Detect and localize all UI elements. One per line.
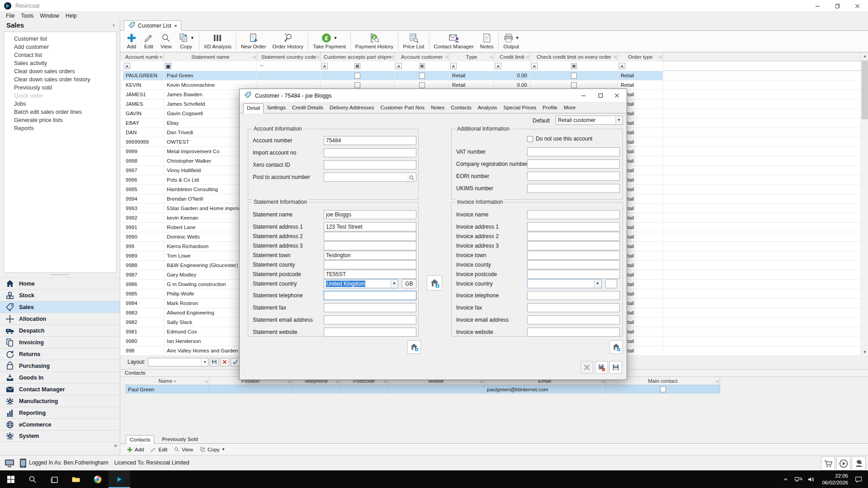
view-button[interactable]: View xyxy=(157,31,175,52)
chrome-icon[interactable] xyxy=(87,470,108,488)
menu-item-help[interactable]: Help xyxy=(62,13,80,19)
file-explorer-icon[interactable] xyxy=(65,470,87,488)
window-close-button[interactable] xyxy=(847,0,867,12)
dialog-tab-customer-part-nos[interactable]: Customer Part Nos xyxy=(377,103,428,113)
dialog-tab-special-prices[interactable]: Special Prices xyxy=(500,103,539,113)
field-input-eori-number[interactable] xyxy=(527,172,620,181)
dialog-tab-analysis[interactable]: Analysis xyxy=(475,103,500,113)
default-customer-type-combo[interactable]: Retail customer ▼ xyxy=(556,116,623,125)
sidebar-splitter[interactable]: ▪▪▪▪▪▪▪▪▪ xyxy=(0,273,120,277)
dialog-clear-button[interactable] xyxy=(580,361,593,374)
window-restore-button[interactable] xyxy=(827,0,847,12)
copy-address-home-icon-button[interactable] xyxy=(427,275,442,291)
grid-column-header-check-credit-limit-on-every-order[interactable]: Check credit limit on every order xyxy=(530,52,618,61)
tab-close-icon[interactable]: × xyxy=(174,23,177,28)
module-item-system[interactable]: System xyxy=(0,430,120,442)
column-pin-icon[interactable] xyxy=(252,55,256,59)
field-input-invoice-address-2[interactable] xyxy=(527,232,620,241)
bottom-tab-contacts[interactable]: Contacts xyxy=(126,435,154,444)
layout-apply-button[interactable] xyxy=(231,358,240,366)
field-input-statement-email-address[interactable] xyxy=(324,315,416,324)
layout-save-button[interactable] xyxy=(210,358,219,366)
task-view-icon[interactable] xyxy=(43,470,65,488)
menu-item-tools[interactable]: Tools xyxy=(18,13,37,19)
chevron-down-icon[interactable]: ▼ xyxy=(201,358,208,366)
take-payment-button[interactable]: £▼Take Payment xyxy=(310,31,349,52)
field-input-company-registration-number[interactable] xyxy=(527,160,620,169)
dash-filter-icon[interactable]: – xyxy=(260,62,263,69)
field-input-invoice-postcode[interactable] xyxy=(527,270,620,279)
menu-item-file[interactable]: File xyxy=(3,13,18,19)
dialog-tab-credit-details[interactable]: Credit Details xyxy=(289,103,326,113)
bottom-tab-previously-sold[interactable]: Previously Sold xyxy=(158,435,201,444)
scroll-up-icon[interactable]: ▲ xyxy=(862,53,868,59)
field-input-invoice-address-1[interactable] xyxy=(527,222,620,231)
window-minimize-button[interactable] xyxy=(807,0,827,12)
module-item-goods-in[interactable]: Goods In xyxy=(0,371,120,383)
sidebar-item-sales-activity[interactable]: Sales activity xyxy=(4,59,116,67)
taskbar-search-icon[interactable] xyxy=(22,470,43,488)
column-pin-icon[interactable] xyxy=(444,55,448,59)
dialog-save-button[interactable] xyxy=(609,361,622,374)
taskbar-clock[interactable]: 22:05 06/02/2026 xyxy=(817,470,848,488)
grid-filter-cell[interactable]: A xyxy=(530,61,618,71)
payment-history-button[interactable]: £Payment History xyxy=(352,31,396,52)
module-item-returns[interactable]: Returns xyxy=(0,348,120,360)
field-input-statement-fax[interactable] xyxy=(324,303,416,312)
grid-column-header-statement-name[interactable]: Statement name xyxy=(164,52,257,61)
dialog-tab-settings[interactable]: Settings xyxy=(264,103,289,113)
menu-item-window[interactable]: Window xyxy=(37,13,62,19)
sidebar-collapse-icon[interactable]: ‹ xyxy=(113,21,115,28)
field-input-ukims-number[interactable] xyxy=(527,184,620,193)
field-input-invoice-telephone[interactable] xyxy=(527,291,620,300)
sidebar-item-previously-sold[interactable]: Previously sold xyxy=(4,84,116,92)
sidebar-item-clear-down-sales-orders[interactable]: Clear down sales orders xyxy=(4,67,116,75)
text-filter-icon[interactable]: A xyxy=(619,63,625,69)
field-input-statement-address-3[interactable] xyxy=(324,241,416,250)
field-input-account-number[interactable]: 75484 xyxy=(324,136,416,145)
resincoat-app-icon[interactable] xyxy=(108,470,130,488)
text-filter-icon[interactable]: A xyxy=(124,63,130,69)
grid-column-header-type[interactable]: Type xyxy=(449,52,494,61)
field-input-invoice-address-3[interactable] xyxy=(527,241,620,250)
column-pin-icon[interactable] xyxy=(525,55,529,59)
do-not-use-account-checkbox[interactable] xyxy=(527,136,533,142)
statement-copy-home-icon-button[interactable] xyxy=(407,340,421,354)
scroll-down-icon[interactable]: ▼ xyxy=(862,349,868,355)
column-pin-icon[interactable] xyxy=(389,55,393,59)
field-input-statement-website[interactable] xyxy=(324,328,416,337)
grid-column-header-customer-accepts-part-shipm[interactable]: Customer accepts part shipm xyxy=(321,52,395,61)
tab-customer-list[interactable]: Customer List × xyxy=(124,20,181,31)
module-item-reporting[interactable]: Reporting xyxy=(0,407,120,418)
dialog-tab-delivery-addresses[interactable]: Delivery Addresses xyxy=(326,103,377,113)
field-input-statement-address-2[interactable] xyxy=(324,232,416,241)
field-input-invoice-email-address[interactable] xyxy=(527,315,620,324)
copy-button[interactable]: ▼Copy xyxy=(175,31,198,52)
grid-filter-cell[interactable]: A xyxy=(395,61,449,71)
sidebar-item-clear-down-sales-order-history[interactable]: Clear down sales order history xyxy=(4,75,116,84)
field-input-vat-number[interactable] xyxy=(527,147,620,156)
module-item-despatch[interactable]: Despatch xyxy=(0,324,120,336)
field-input-statement-country[interactable]: United Kingdom▼ xyxy=(324,279,398,288)
text-filter-icon[interactable]: A xyxy=(321,63,328,69)
column-pin-icon[interactable] xyxy=(658,55,662,59)
tray-chevron-up-icon[interactable] xyxy=(779,470,792,488)
play-icon-button[interactable] xyxy=(836,456,850,470)
checkbox[interactable] xyxy=(571,82,577,88)
column-pin-icon[interactable] xyxy=(204,379,208,383)
new-order-button[interactable]: New Order xyxy=(238,31,269,52)
order-history-button[interactable]: Order History xyxy=(269,31,307,52)
grid-filter-cell[interactable]: A xyxy=(618,61,663,71)
chevron-down-icon[interactable]: ▼ xyxy=(594,280,601,287)
field-input-invoice-town[interactable] xyxy=(527,251,620,260)
chevron-down-icon[interactable]: ▼ xyxy=(615,117,622,124)
session-monitor-icon[interactable] xyxy=(4,458,15,469)
sidebar-item-jobs[interactable]: Jobs xyxy=(4,100,116,108)
support-icon-button[interactable] xyxy=(852,456,866,470)
text-filter-icon[interactable]: A xyxy=(495,63,501,69)
field-input-statement-telephone[interactable] xyxy=(324,291,416,300)
sidebar-item-customer-list[interactable]: Customer list xyxy=(4,35,116,43)
grid-filter-cell[interactable]: ▣ xyxy=(164,61,257,71)
grid-column-header-order-type[interactable]: Order type xyxy=(618,52,663,61)
start-button[interactable] xyxy=(0,470,22,488)
